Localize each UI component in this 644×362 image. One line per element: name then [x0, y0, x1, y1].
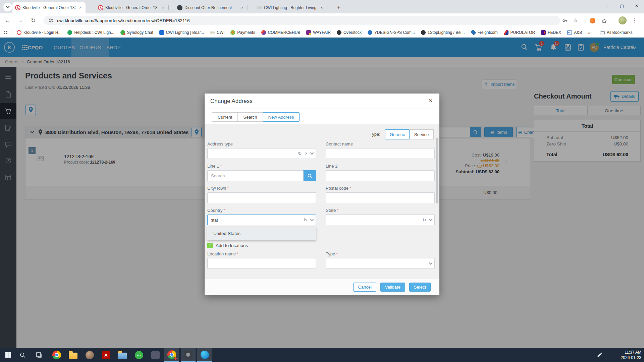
task-view-icon[interactable] [32, 348, 46, 362]
bookmarks-overflow-chevron[interactable]: » [588, 30, 591, 35]
country-input[interactable] [207, 215, 316, 225]
edge-app-icon[interactable] [197, 348, 212, 362]
file-explorer-icon[interactable] [115, 348, 130, 362]
bookmark-freightcom[interactable]: Freightcom [471, 30, 498, 35]
bookmark-fedex[interactable]: FEDEX [541, 30, 561, 35]
chevron-down-icon[interactable] [310, 217, 314, 221]
bookmark-cwi-board[interactable]: CWI Lighting | Boar... [159, 30, 204, 35]
bookmark-star-icon[interactable]: ☆ [572, 16, 580, 24]
line1-search-input[interactable] [207, 170, 304, 181]
gimp-app-icon[interactable] [82, 348, 97, 362]
country-icons: ↻ [304, 215, 313, 225]
all-bookmarks-button[interactable]: All Bookmarks [600, 30, 633, 35]
bookmark-commercehub[interactable]: COMMERCEHUB [261, 30, 301, 35]
chrome-running-app-icon[interactable] [164, 348, 179, 362]
bookmark-cwi[interactable]: CWI [210, 30, 224, 35]
line1-label: Line 1 [207, 164, 219, 169]
location-name-input[interactable] [207, 258, 316, 269]
password-key-icon[interactable] [561, 16, 569, 24]
tab-close-icon[interactable]: × [319, 5, 324, 10]
chevron-down-icon[interactable] [429, 217, 432, 221]
chevron-down-icon[interactable] [310, 151, 314, 155]
tab-separator [168, 5, 169, 10]
cancel-button[interactable]: Cancel [353, 283, 376, 292]
tab-search[interactable]: Search [237, 112, 263, 122]
bookmark-purolator[interactable]: PUROLATOR [504, 30, 535, 35]
new-tab-button[interactable]: + [334, 3, 343, 12]
bookmark-ab[interactable]: abA&B [567, 30, 582, 35]
bookmark-ydesign[interactable]: YDESIGN-SPS Com... [368, 30, 415, 35]
country-option-united-states[interactable]: United States [207, 227, 316, 240]
maximize-button[interactable]: ▢ [614, 0, 629, 11]
refresh-icon[interactable]: ↻ [422, 217, 426, 223]
bookmark-1stoplighting[interactable]: 1StopLighting / Bel... [421, 30, 465, 35]
close-button[interactable]: ✕ [629, 0, 644, 11]
minimize-button[interactable]: – [600, 0, 614, 11]
freightcom-favicon [470, 29, 476, 36]
chrome-app-icon[interactable] [49, 348, 64, 362]
start-button[interactable] [1, 348, 15, 362]
address-type-icons: ↻ × [298, 148, 313, 159]
location-type-icons [429, 258, 432, 269]
browser-menu-icon[interactable]: ⋮ [631, 16, 639, 24]
profile-avatar[interactable] [619, 16, 627, 24]
modal-tabs: Current Search New Address [212, 112, 300, 122]
state-input[interactable] [326, 215, 435, 225]
type-service-button[interactable]: Service [409, 129, 434, 139]
line1-search-button[interactable] [303, 170, 316, 181]
acrobat-app-icon[interactable]: A [99, 348, 113, 362]
tab-current[interactable]: Current [212, 112, 238, 122]
bookmark-label: Kloudville - Login H... [23, 30, 61, 35]
clear-icon[interactable]: × [305, 151, 308, 156]
browser-tab-2[interactable]: k Kloudville - General Order 1817 × [95, 2, 168, 13]
select-button[interactable]: Select [409, 283, 431, 292]
reload-button[interactable]: ↻ [28, 15, 38, 25]
city-input[interactable] [207, 192, 316, 203]
url-bar[interactable]: cwi.kloudville.com/#app=orders&section=o… [44, 16, 560, 25]
bookmark-payments[interactable]: Payments [230, 30, 255, 35]
browser-tab-1[interactable]: k Kloudville - General Order 1821 × [12, 2, 86, 13]
search-icon [307, 173, 312, 178]
bookmark-wayfair[interactable]: WAYFAIR [306, 30, 331, 35]
back-button[interactable]: ← [3, 15, 13, 25]
tab-close-icon[interactable]: × [160, 5, 166, 10]
dark-app-icon[interactable] [148, 348, 163, 362]
modal-title: Change Address [210, 98, 253, 105]
forward-button[interactable]: → [15, 15, 25, 25]
tab-close-icon[interactable]: × [77, 5, 83, 10]
chat-app-icon[interactable]: ••• [131, 348, 146, 362]
browser-address-bar: ← → ↻ cwi.kloudville.com/#app=orders&sec… [0, 13, 644, 27]
contact-name-input[interactable] [326, 148, 435, 159]
browser-tab-3[interactable]: Discount Offer Refinement × [174, 2, 248, 13]
bookmark-kloudville[interactable]: Kloudville - Login H... [17, 30, 61, 35]
validate-button[interactable]: Validate [380, 283, 405, 292]
pen-input-icon[interactable] [594, 348, 604, 362]
bookmark-overstock[interactable]: Overstock [337, 30, 362, 35]
location-type-select[interactable] [326, 258, 435, 269]
location-name-field: Location name* [207, 251, 316, 269]
taskbar-clock[interactable]: 11:37 AM 2026-01-23 [621, 350, 641, 360]
refresh-icon[interactable]: ↻ [304, 217, 308, 223]
postal-code-input[interactable] [326, 192, 435, 203]
browser-tab-4[interactable]: CWI Lighting - Brighter Living. S × [254, 2, 327, 13]
tab-new-address[interactable]: New Address [263, 112, 300, 122]
bookmark-synology[interactable]: Synology Chat [120, 30, 153, 35]
refresh-icon[interactable]: ↻ [298, 151, 302, 156]
checkbox-checked-icon[interactable]: ✓ [207, 243, 213, 248]
tab-close-icon[interactable]: × [239, 5, 245, 10]
line2-input[interactable] [326, 170, 435, 181]
modal-scrollbar[interactable] [436, 138, 438, 203]
taskbar-search-icon[interactable] [15, 348, 30, 362]
chevron-down-icon[interactable] [429, 261, 432, 264]
all-bookmarks-label: All Bookmarks [607, 30, 633, 35]
type-generic-button[interactable]: Generic [385, 129, 410, 139]
apps-grid-icon[interactable] [4, 31, 7, 34]
tab-search-button[interactable] [3, 3, 12, 11]
files-app-icon[interactable] [66, 348, 80, 362]
state-icons: ↻ [422, 215, 432, 225]
camera-app-icon[interactable] [181, 348, 196, 362]
bookmark-helpdesk[interactable]: Helpdesk : CWI Ligh... [67, 30, 114, 35]
modal-close-icon[interactable]: × [427, 97, 435, 105]
adblock-extension-icon[interactable] [588, 16, 596, 24]
extensions-puzzle-icon[interactable] [600, 16, 608, 24]
